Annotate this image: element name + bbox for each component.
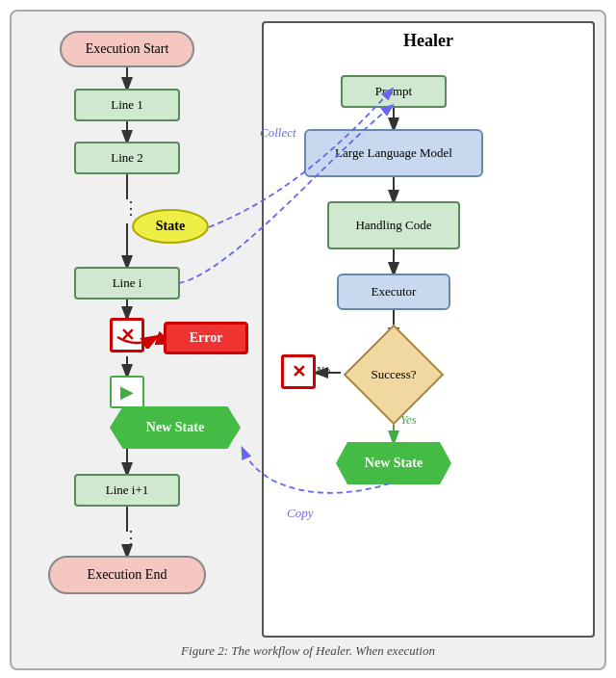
healer-title: Healer — [264, 23, 593, 55]
left-panel: ⋮ ⋮ — [21, 21, 252, 638]
error-x-box: ✕ — [110, 318, 144, 352]
linei1-node: Line i+1 — [74, 474, 180, 507]
exec-end-node: Execution End — [48, 556, 206, 594]
no-x-box: ✕ — [281, 354, 316, 389]
llm-node: Large Language Model — [304, 129, 483, 177]
error-node: Error — [164, 322, 248, 354]
right-panel: Healer — [262, 21, 595, 638]
svg-text:⋮: ⋮ — [122, 198, 140, 218]
executor-node: Executor — [337, 274, 450, 310]
state-node: State — [132, 209, 209, 244]
linei-node: Line i — [74, 267, 180, 300]
diagram-container: ⋮ ⋮ — [10, 10, 606, 670]
line2-node: Line 2 — [74, 142, 180, 174]
diagram-area: ⋮ ⋮ — [21, 21, 595, 638]
figure-caption: Figure 2: The workflow of Healer. When e… — [21, 643, 595, 659]
svg-text:⋮: ⋮ — [122, 528, 140, 547]
right-arrows — [264, 23, 593, 636]
new-state-right-node: New State — [336, 442, 451, 484]
no-label: No — [316, 363, 330, 378]
line1-node: Line 1 — [74, 89, 180, 121]
play-box: ▶ — [110, 376, 144, 408]
new-state-left-node: New State — [110, 406, 241, 449]
exec-start-node: Execution Start — [60, 31, 194, 67]
success-diamond: Success? — [358, 339, 429, 410]
yes-label: Yes — [400, 412, 417, 428]
handling-code-node: Handling Code — [327, 201, 460, 249]
prompt-node: Prompt — [341, 75, 447, 108]
